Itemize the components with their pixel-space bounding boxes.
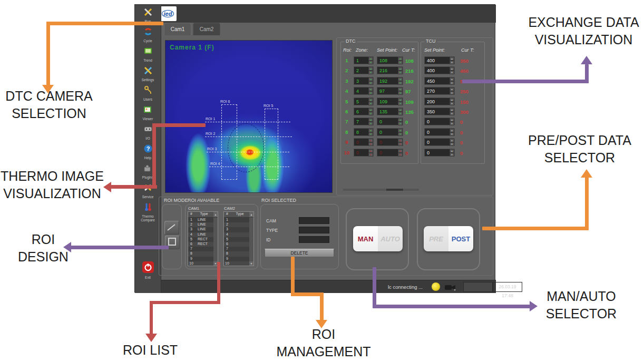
- spinner-icon[interactable]: ▲▼: [398, 149, 403, 156]
- spinner-icon[interactable]: ▲▼: [368, 139, 373, 145]
- roi-list-row[interactable]: 2LINE: [188, 222, 218, 227]
- sidebar-item-settings[interactable]: Settings: [142, 66, 154, 82]
- roi-list-row[interactable]: 1: [224, 218, 253, 222]
- roi-list-row[interactable]: 3: [224, 227, 253, 232]
- roi-list-row[interactable]: 6: [224, 242, 253, 247]
- spinner-icon[interactable]: ▲▼: [398, 118, 403, 125]
- scroll-down-icon[interactable]: ▼: [249, 261, 253, 266]
- delete-button[interactable]: DELETE: [265, 249, 334, 257]
- sidebar-item-run[interactable]: Run: [143, 7, 153, 23]
- sidebar-item-users[interactable]: Users: [143, 85, 153, 101]
- tcu-setpoint-input[interactable]: 0▲▼: [424, 118, 455, 125]
- spinner-icon[interactable]: ▲▼: [368, 108, 373, 115]
- spinner-icon[interactable]: ▲▼: [398, 67, 403, 74]
- dtc-zone-input[interactable]: 8▲▼: [354, 128, 374, 136]
- pre-post-switch[interactable]: PRE POST: [424, 226, 473, 251]
- sidebar-item-viewer[interactable]: Viewer: [143, 105, 153, 121]
- tcu-setpoint-input[interactable]: 270▲▼: [424, 87, 455, 95]
- roi-list-row[interactable]: 3LINE: [188, 227, 218, 232]
- dtc-zone-input[interactable]: 6▲▼: [354, 108, 374, 115]
- roi-list-row[interactable]: 6RECT: [188, 242, 218, 247]
- sidebar-item-plugins[interactable]: Plugins: [142, 163, 153, 179]
- spinner-icon[interactable]: ▲▼: [450, 118, 454, 125]
- spinner-icon[interactable]: ▲▼: [368, 118, 373, 125]
- spinner-icon[interactable]: ▲▼: [450, 57, 454, 64]
- roi-line-1[interactable]: [205, 122, 290, 122]
- cam1-list[interactable]: #Type▲ 1LINE 2LINE 3LINE 4LINE 5RECT 6RE…: [188, 211, 218, 266]
- spinner-icon[interactable]: ▲▼: [398, 57, 403, 64]
- dtc-setpoint-input[interactable]: 0▲▼: [377, 138, 403, 146]
- spinner-icon[interactable]: ▲▼: [398, 77, 403, 84]
- dtc-zone-input[interactable]: 2▲▼: [354, 66, 374, 74]
- tcu-setpoint-input[interactable]: 350▲▼: [424, 108, 455, 115]
- dtc-zone-input[interactable]: 4▲▼: [354, 87, 374, 95]
- dtc-zone-input[interactable]: 0▲▼: [354, 138, 374, 146]
- pre-option[interactable]: PRE: [424, 226, 448, 251]
- scroll-up-icon[interactable]: ▲: [249, 212, 253, 217]
- roi-list-row[interactable]: 7: [188, 247, 218, 251]
- spinner-icon[interactable]: ▲▼: [450, 149, 454, 156]
- spinner-icon[interactable]: ▲▼: [450, 129, 454, 135]
- roi-list-row[interactable]: 5RECT: [188, 237, 218, 242]
- tcu-setpoint-input[interactable]: 0▲▼: [424, 128, 455, 136]
- dtc-setpoint-input[interactable]: 0▲▼: [377, 128, 403, 136]
- sidebar-item-help[interactable]: ? Help: [143, 144, 153, 160]
- tcu-setpoint-input[interactable]: 0▲▼: [424, 138, 455, 146]
- dtc-setpoint-input[interactable]: 0▲▼: [377, 149, 403, 157]
- spinner-icon[interactable]: ▲▼: [368, 57, 373, 64]
- dtc-setpoint-input[interactable]: 109▲▼: [377, 97, 403, 105]
- roi-list-row[interactable]: 4: [224, 232, 253, 237]
- roi-list-row[interactable]: 9: [224, 257, 253, 261]
- sidebar-item-exit[interactable]: Exit: [142, 261, 154, 279]
- spinner-icon[interactable]: ▲▼: [450, 139, 454, 145]
- scrollbar-thumb[interactable]: [386, 189, 403, 191]
- dtc-setpoint-input[interactable]: 108▲▼: [377, 56, 403, 64]
- roi-list-row[interactable]: 8: [224, 251, 253, 256]
- spinner-icon[interactable]: ▲▼: [398, 98, 403, 105]
- roi-line-tool-button[interactable]: [164, 221, 179, 235]
- spinner-icon[interactable]: ▲▼: [450, 87, 454, 94]
- tcu-setpoint-input[interactable]: 400▲▼: [424, 66, 455, 74]
- type-field[interactable]: [299, 227, 329, 233]
- post-option[interactable]: POST: [448, 226, 473, 251]
- man-auto-switch[interactable]: MAN AUTO: [353, 226, 403, 251]
- spinner-icon[interactable]: ▲▼: [398, 139, 403, 145]
- spinner-icon[interactable]: ▲▼: [368, 77, 373, 84]
- cam2-list[interactable]: #Type▲ 1 2 3 4 5 6 7 8: [223, 211, 254, 266]
- spinner-icon[interactable]: ▲▼: [368, 87, 373, 94]
- scroll-up-icon[interactable]: ▲: [213, 212, 218, 217]
- spinner-icon[interactable]: ▲▼: [450, 67, 454, 74]
- tcu-setpoint-input[interactable]: 400▲▼: [424, 56, 455, 64]
- roi-list-row[interactable]: 7: [224, 247, 253, 251]
- dtc-setpoint-input[interactable]: 135▲▼: [377, 108, 403, 115]
- spinner-icon[interactable]: ▲▼: [450, 77, 454, 84]
- dtc-setpoint-input[interactable]: 0▲▼: [377, 118, 403, 125]
- sidebar-item-trend[interactable]: Trend: [143, 46, 153, 62]
- roi-list-row[interactable]: 4LINE: [188, 232, 218, 237]
- spinner-icon[interactable]: ▲▼: [368, 149, 373, 156]
- dtc-zone-input[interactable]: 3▲▼: [354, 77, 374, 85]
- spinner-icon[interactable]: ▲▼: [398, 108, 403, 115]
- dtc-zone-input[interactable]: 0▲▼: [354, 149, 374, 157]
- auto-option[interactable]: AUTO: [378, 226, 403, 251]
- spinner-icon[interactable]: ▲▼: [398, 129, 403, 135]
- spinner-icon[interactable]: ▲▼: [368, 67, 373, 74]
- roi-list-row[interactable]: 5: [224, 237, 253, 242]
- dtc-zone-input[interactable]: 7▲▼: [354, 118, 374, 125]
- sidebar-item-cycle[interactable]: Cycle: [143, 27, 153, 43]
- thermal-image-view[interactable]: Camera 1 (F) ROI 6 ROI 5 ROI 1 ROI 2 ROI…: [165, 40, 333, 193]
- spinner-icon[interactable]: ▲▼: [368, 98, 373, 105]
- spinner-icon[interactable]: ▲▼: [398, 87, 403, 94]
- dtc-zone-input[interactable]: 1▲▼: [354, 56, 374, 64]
- tab-cam2[interactable]: Cam2: [193, 23, 220, 35]
- spinner-icon[interactable]: ▲▼: [368, 129, 373, 135]
- dtc-setpoint-input[interactable]: 97▲▼: [377, 87, 403, 95]
- cam-field[interactable]: [299, 217, 329, 224]
- spinner-icon[interactable]: ▲▼: [450, 98, 454, 105]
- dtc-setpoint-input[interactable]: 216▲▼: [377, 66, 403, 74]
- roi-list-row[interactable]: 9: [188, 257, 218, 261]
- spinner-icon[interactable]: ▲▼: [450, 108, 454, 115]
- id-field[interactable]: [299, 236, 329, 243]
- man-option[interactable]: MAN: [353, 226, 378, 251]
- tab-cam1[interactable]: Cam1: [164, 23, 191, 35]
